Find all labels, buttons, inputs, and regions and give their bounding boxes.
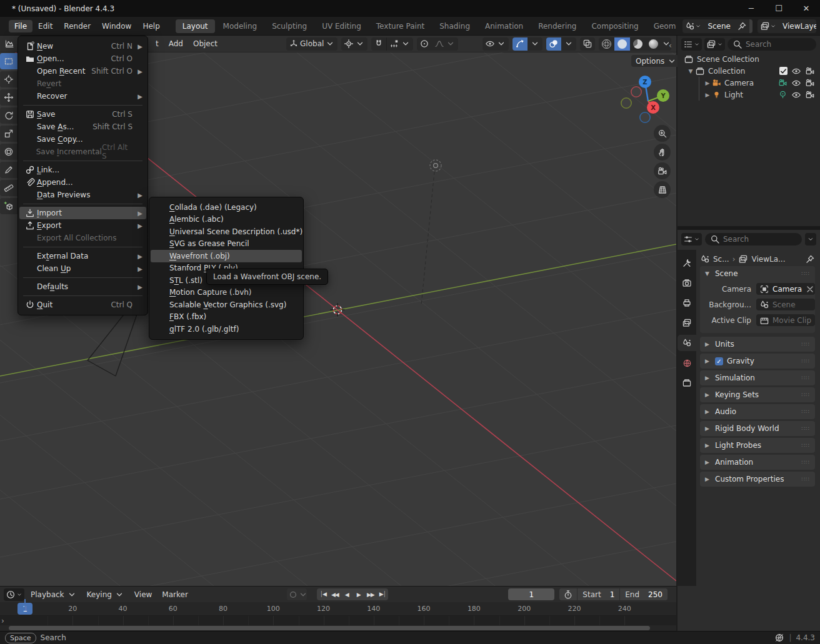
panel-animation[interactable]: ▶ Animation ∷∷	[700, 455, 815, 470]
file-menu-item-defaults[interactable]: Defaults ▶	[19, 280, 146, 293]
panel-grip[interactable]: ∷∷	[802, 459, 810, 465]
panel-grip[interactable]: ∷∷	[802, 375, 810, 381]
xray-toggle[interactable]	[580, 37, 595, 51]
shading-wireframe-button[interactable]	[599, 37, 614, 51]
file-menu-item-link[interactable]: Link...	[19, 164, 146, 176]
panel-grip[interactable]: ∷∷	[802, 392, 810, 398]
timeline-menu-keying[interactable]: Keying	[82, 588, 129, 601]
clear-field-icon[interactable]	[805, 284, 815, 294]
timeline-menu-playback[interactable]: Playback	[26, 588, 82, 601]
viewlayer-icon[interactable]	[758, 19, 779, 33]
timeline-menu-marker[interactable]: Marker	[157, 589, 192, 600]
panel-grip[interactable]: ∷∷	[802, 341, 810, 347]
outliner-item-label[interactable]: Scene Collection	[694, 55, 759, 64]
add-menu[interactable]: Add	[164, 37, 188, 50]
playback-jump-end-button[interactable]: ▶⏐	[376, 588, 388, 600]
timeline-scrollbar[interactable]	[0, 625, 676, 631]
expand-icon[interactable]: ▼	[686, 68, 695, 74]
properties-options-dropdown[interactable]	[805, 233, 816, 245]
panel-grip[interactable]: ∷∷	[802, 425, 810, 432]
disable-render-icon[interactable]	[805, 66, 815, 76]
object-menu[interactable]: Object	[188, 37, 222, 50]
pivot-point-dropdown[interactable]	[341, 37, 368, 51]
snap-settings-dropdown[interactable]	[386, 37, 413, 51]
show-overlays-toggle[interactable]	[546, 37, 561, 51]
transform-orientation[interactable]: Global	[286, 37, 338, 51]
breadcrumb-viewlayer[interactable]: ViewLa...	[751, 255, 785, 264]
maximize-button[interactable]: ☐	[765, 0, 792, 17]
properties-tab-scene[interactable]	[678, 335, 696, 351]
pin-icon[interactable]	[734, 19, 749, 33]
file-menu-item-append[interactable]: Append...	[19, 176, 146, 189]
workspace-tab-shading[interactable]: Shading	[432, 19, 477, 33]
workspace-tab-compositing[interactable]: Compositing	[584, 19, 645, 33]
field-input[interactable]: Camera	[756, 283, 815, 295]
menubar-item-render[interactable]: Render	[58, 20, 96, 32]
file-menu-item-save-incremental[interactable]: Save Incremental Ctrl Alt S	[19, 146, 146, 158]
start-frame-field[interactable]: Start 1	[577, 588, 619, 600]
use-preview-range-toggle[interactable]	[559, 588, 577, 600]
file-menu-item-open-recent[interactable]: Open Recent Shift Ctrl O ▶	[19, 65, 146, 77]
outliner-item-label[interactable]: Collection	[705, 67, 745, 76]
outliner-row-collection[interactable]: ▼ Collection	[678, 65, 820, 77]
exclude-checkbox[interactable]	[779, 67, 788, 75]
pan-hand-button[interactable]	[654, 144, 671, 161]
editor-type-icon[interactable]	[4, 39, 14, 49]
navigation-gizmo[interactable]: Z Y X	[618, 36, 676, 127]
import-menu-item-svg-as-grease-pencil[interactable]: SVG as Grease Pencil	[151, 238, 302, 250]
properties-tab-viewlayer[interactable]	[678, 315, 696, 331]
expand-icon[interactable]: ▶	[703, 92, 712, 98]
scene-icon[interactable]	[682, 19, 704, 33]
outliner-filter-dropdown[interactable]	[704, 38, 725, 51]
duplicate-scene-button[interactable]	[749, 19, 752, 33]
workspace-tab-geom[interactable]: Geom	[647, 19, 683, 33]
panel-audio[interactable]: ▶ Audio ∷∷	[700, 404, 815, 419]
pin-icon[interactable]	[805, 254, 815, 264]
import-menu-item-gltf-2-0-glb-gltf[interactable]: glTF 2.0 (.glb/.gltf)	[151, 323, 302, 335]
import-menu-item-wavefront-obj[interactable]: Wavefront (.obj)	[151, 250, 302, 262]
panel-keying-sets[interactable]: ▶ Keying Sets ∷∷	[700, 387, 815, 402]
expand-icon[interactable]: ▶	[703, 80, 712, 86]
properties-tab-tool[interactable]	[678, 255, 696, 271]
properties-tab-collection[interactable]	[678, 375, 696, 391]
auto-keying-dropdown[interactable]	[299, 588, 307, 600]
file-menu-item-export[interactable]: Export ▶	[19, 219, 146, 232]
file-menu-item-recover[interactable]: Recover ▶	[19, 90, 146, 102]
gravity-checkbox[interactable]: ✓	[715, 357, 723, 365]
import-menu-item-fbx-fbx[interactable]: FBX (.fbx)	[151, 311, 302, 324]
scene-name[interactable]: Scene	[704, 22, 734, 31]
disable-render-icon[interactable]	[805, 90, 815, 100]
outliner-row-scene-collection[interactable]: Scene Collection	[678, 53, 820, 65]
outliner-row-light[interactable]: ▶ Light	[678, 89, 820, 101]
timeline-ruler[interactable]: 1 20406080100120140160180200220240	[0, 602, 676, 616]
workspace-tab-animation[interactable]: Animation	[478, 19, 530, 33]
breadcrumb-scene[interactable]: Sc...	[713, 255, 729, 264]
menubar-item-help[interactable]: Help	[137, 20, 165, 32]
sidebar-collapse-icon[interactable]: ‹	[669, 41, 672, 50]
panel-custom-properties[interactable]: ▶ Custom Properties ∷∷	[700, 472, 815, 487]
panel-light-probes[interactable]: ▶ Light Probes ∷∷	[700, 438, 815, 453]
import-menu-item-alembic-abc[interactable]: Alembic (.abc)	[151, 214, 302, 226]
file-menu-item-save[interactable]: Save Ctrl S	[19, 108, 146, 121]
viewlayer-name[interactable]: ViewLayer	[779, 22, 816, 31]
panel-grip[interactable]: ∷∷	[802, 358, 810, 364]
panel-units[interactable]: ▶ Units ∷∷	[700, 337, 815, 352]
file-menu-item-data-previews[interactable]: Data Previews ▶	[19, 189, 146, 201]
workspace-tab-layout[interactable]: Layout	[176, 19, 215, 33]
show-gizmos-toggle[interactable]	[512, 37, 528, 51]
file-menu-item-external-data[interactable]: External Data ▶	[19, 250, 146, 262]
file-menu-item-quit[interactable]: Quit Ctrl Q	[19, 299, 146, 311]
properties-search-input[interactable]: Search	[705, 233, 802, 245]
playback-next-key-button[interactable]: ▶▶	[364, 588, 376, 600]
file-menu-item-clean-up[interactable]: Clean Up ▶	[19, 262, 146, 275]
file-menu-item-export-all-collections[interactable]: Export All Collections	[19, 232, 146, 244]
file-menu-item-revert[interactable]: Revert	[19, 77, 146, 90]
panel-rigid-body-world[interactable]: ▶ Rigid Body World ∷∷	[700, 421, 815, 436]
playhead-line[interactable]	[24, 599, 26, 611]
hide-eye-icon[interactable]	[791, 90, 801, 100]
outliner-row-camera[interactable]: ▶ Camera	[678, 77, 820, 89]
outliner-item-label[interactable]: Camera	[721, 79, 754, 87]
panel-grip[interactable]: ∷∷	[802, 409, 810, 415]
playback-jump-start-button[interactable]: ⏐◀	[317, 588, 329, 600]
outliner-search-input[interactable]: Search	[728, 38, 816, 51]
